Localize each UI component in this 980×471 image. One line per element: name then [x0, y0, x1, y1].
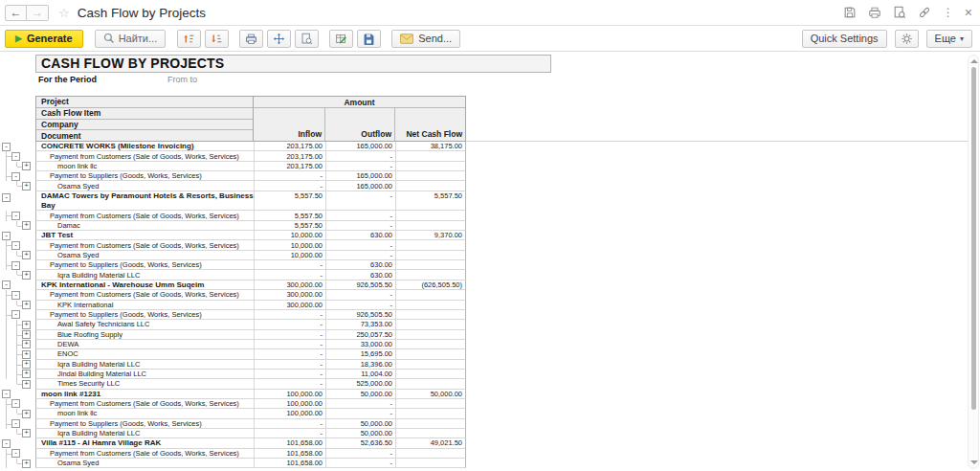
cell-net[interactable]: 50,000.00: [396, 390, 466, 399]
row-label[interactable]: Payment to Suppliers (Goods, Works, Serv…: [35, 310, 255, 320]
cell-net[interactable]: [396, 459, 466, 468]
cell-inflow[interactable]: 10,000.00: [255, 251, 326, 260]
cell-outflow[interactable]: -: [326, 151, 396, 161]
cell-outflow[interactable]: 50,000.00: [326, 419, 396, 429]
collapse-group-box[interactable]: -: [11, 152, 20, 161]
row-label[interactable]: Payment to Suppliers (Goods, Works, Serv…: [35, 260, 255, 270]
link-icon[interactable]: [918, 6, 932, 20]
cell-outflow[interactable]: 52,636.50: [326, 438, 396, 448]
collapse-group-box[interactable]: -: [2, 232, 11, 240]
cell-inflow[interactable]: 300,000.00: [255, 290, 326, 300]
expand-group-box[interactable]: +: [22, 340, 31, 348]
expand-group-box[interactable]: +: [22, 330, 31, 339]
collapse-group-box[interactable]: -: [2, 193, 11, 202]
cell-net[interactable]: [396, 349, 466, 359]
cell-inflow[interactable]: -: [255, 181, 326, 191]
row-label[interactable]: Payment from Customers (Sale of Goods, W…: [35, 449, 255, 459]
expand-group-box[interactable]: +: [22, 221, 31, 230]
cell-outflow[interactable]: 525,000.00: [326, 379, 396, 389]
collapse-group-box[interactable]: -: [11, 449, 20, 458]
back-button[interactable]: ←: [5, 5, 27, 21]
more-button[interactable]: Еще ▾: [926, 30, 972, 48]
print-icon[interactable]: [868, 6, 882, 20]
cell-outflow[interactable]: -: [326, 240, 396, 250]
row-label[interactable]: moon link llc: [35, 409, 255, 418]
row-label[interactable]: Iqra Building Material LLC: [35, 270, 255, 280]
cell-outflow[interactable]: 15,695.00: [326, 349, 396, 359]
cell-outflow[interactable]: 250,057.50: [326, 330, 396, 340]
cell-inflow[interactable]: 300,000.00: [255, 301, 326, 310]
cell-outflow[interactable]: 165,000.00: [326, 181, 396, 191]
cell-outflow[interactable]: 630.00: [326, 260, 396, 270]
cell-outflow[interactable]: -: [326, 162, 396, 171]
cell-inflow[interactable]: -: [255, 320, 326, 329]
cell-outflow[interactable]: -: [326, 251, 396, 260]
row-label[interactable]: DEWA: [35, 340, 255, 349]
kebab-menu-icon[interactable]: ⋮: [943, 6, 954, 19]
cell-outflow[interactable]: -: [326, 399, 396, 409]
cell-inflow[interactable]: 10,000.00: [255, 240, 326, 250]
cell-outflow[interactable]: -: [326, 221, 396, 231]
quick-settings-button[interactable]: Quick Settings: [802, 30, 887, 48]
cell-net[interactable]: [396, 370, 466, 379]
cell-inflow[interactable]: -: [255, 379, 326, 389]
cell-outflow[interactable]: 50,000.00: [326, 429, 396, 438]
cell-net[interactable]: [396, 270, 466, 280]
cell-net[interactable]: (626,505.50): [396, 280, 466, 290]
cell-net[interactable]: [396, 240, 466, 250]
cell-outflow[interactable]: 926,505.50: [326, 310, 396, 320]
collapse-group-box[interactable]: -: [11, 241, 20, 250]
expand-group-box[interactable]: +: [22, 429, 31, 437]
cell-inflow[interactable]: -: [255, 310, 326, 320]
cell-inflow[interactable]: -: [255, 270, 326, 280]
expand-group-box[interactable]: +: [22, 460, 31, 468]
cell-outflow[interactable]: 630.00: [326, 270, 396, 280]
row-label[interactable]: Payment from Customers (Sale of Goods, W…: [35, 240, 255, 250]
cell-inflow[interactable]: 10,000.00: [255, 231, 326, 240]
cell-outflow[interactable]: 165,000.00: [326, 171, 396, 181]
row-label[interactable]: Blue Roofing Supply: [35, 330, 255, 340]
collapse-group-box[interactable]: -: [11, 172, 20, 181]
cell-outflow[interactable]: -: [326, 459, 396, 468]
expand-group-box[interactable]: +: [22, 301, 31, 309]
cell-net[interactable]: [396, 221, 466, 231]
cell-inflow[interactable]: -: [255, 429, 326, 438]
row-label[interactable]: KPK International - Warehouse Umm Suqeim: [35, 280, 255, 290]
row-label[interactable]: Osama Syed: [35, 181, 255, 191]
cell-net[interactable]: [396, 151, 466, 161]
expand-group-box[interactable]: +: [22, 182, 31, 191]
cell-inflow[interactable]: 5,557.50: [255, 191, 326, 212]
cell-outflow[interactable]: -: [326, 409, 396, 418]
expand-group-box[interactable]: +: [22, 370, 31, 378]
row-label[interactable]: Osama Syed: [35, 459, 255, 468]
print-button[interactable]: [239, 30, 263, 48]
cell-inflow[interactable]: -: [255, 419, 326, 429]
report-settings-button[interactable]: [895, 30, 919, 48]
cell-net[interactable]: 9,370.00: [396, 231, 466, 240]
page-setup-button[interactable]: [267, 30, 291, 48]
cell-inflow[interactable]: 100,000.00: [255, 399, 326, 409]
row-label[interactable]: moon link #1231: [35, 390, 255, 399]
row-label[interactable]: CONCRETE WORKS (Milestone Invoicing): [35, 142, 255, 151]
favorite-star-icon[interactable]: ☆: [58, 6, 70, 20]
scrollbar-thumb[interactable]: [971, 67, 976, 410]
collapse-group-box[interactable]: -: [2, 439, 11, 448]
expand-group-box[interactable]: +: [22, 410, 31, 418]
cell-net[interactable]: [396, 449, 466, 459]
row-label[interactable]: moon link llc: [35, 162, 255, 171]
row-label[interactable]: Iqra Building Material LLC: [35, 429, 255, 438]
cell-outflow[interactable]: -: [326, 290, 396, 300]
cell-outflow[interactable]: -: [326, 211, 396, 220]
cell-net[interactable]: [396, 260, 466, 270]
collapse-group-box[interactable]: -: [2, 143, 11, 151]
cell-outflow[interactable]: 630.00: [326, 231, 396, 240]
save-icon[interactable]: [843, 6, 858, 20]
row-label[interactable]: Iqra Building Material LLC: [35, 360, 255, 370]
collapse-group-box[interactable]: -: [11, 419, 20, 428]
row-label[interactable]: Payment from Customers (Sale of Goods, W…: [35, 290, 255, 300]
row-label[interactable]: Villa #115 - Al Hamra Village RAK: [35, 438, 255, 448]
cell-outflow[interactable]: -: [326, 449, 396, 459]
close-icon[interactable]: ×: [965, 5, 972, 20]
cell-outflow[interactable]: -: [326, 191, 396, 212]
cell-outflow[interactable]: 11,004.00: [326, 370, 396, 379]
